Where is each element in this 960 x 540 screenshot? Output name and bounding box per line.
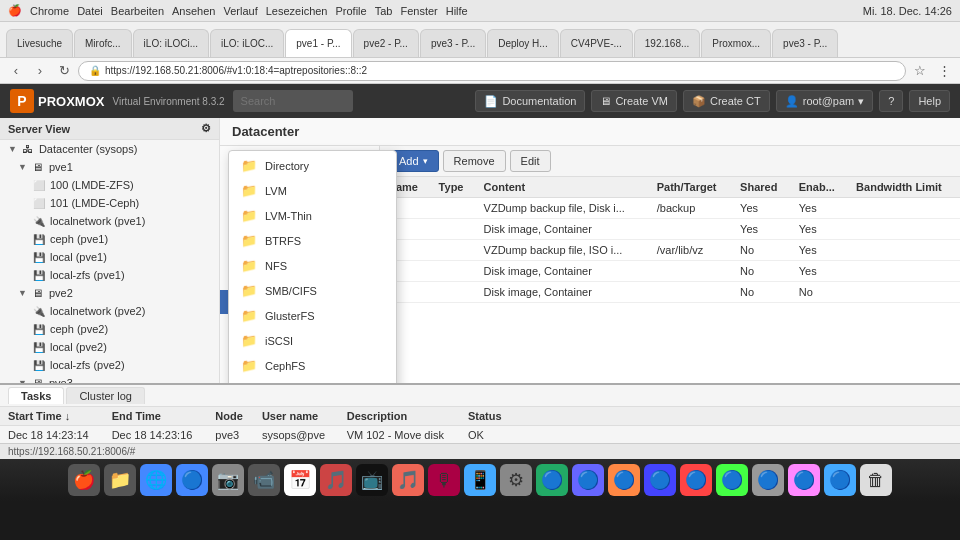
dock-item-app9[interactable]: 🔵 bbox=[680, 464, 712, 496]
pve1-label: pve1 bbox=[49, 161, 73, 173]
tab-ip[interactable]: 192.168... bbox=[634, 29, 700, 57]
table-row[interactable]: VZDump backup file, Disk i... /backup Ye… bbox=[380, 198, 960, 219]
sidebar-item-101[interactable]: ⬜ 101 (LMDE-Ceph) bbox=[0, 194, 219, 212]
tab-pve3a[interactable]: pve3 - P... bbox=[420, 29, 486, 57]
bearbeiten-menu[interactable]: Bearbeiten bbox=[111, 5, 164, 17]
chrome-menu[interactable]: Chrome bbox=[30, 5, 69, 17]
profile-menu[interactable]: Profile bbox=[336, 5, 367, 17]
settings-icon[interactable]: ⋮ bbox=[934, 61, 954, 81]
tab-proxmox[interactable]: Proxmox... bbox=[701, 29, 771, 57]
help-button[interactable]: ? bbox=[879, 90, 903, 112]
remove-button[interactable]: Remove bbox=[443, 150, 506, 172]
lesezeichen-menu[interactable]: Lesezeichen bbox=[266, 5, 328, 17]
dock-item-app13[interactable]: 🔵 bbox=[824, 464, 856, 496]
tab-pve2[interactable]: pve2 - P... bbox=[353, 29, 419, 57]
dock-item-app4[interactable]: 📱 bbox=[464, 464, 496, 496]
dropdown-item-smb[interactable]: 📁 SMB/CIFS bbox=[229, 278, 396, 303]
cell-enabled: Yes bbox=[791, 198, 848, 219]
sidebar-item-localzfs-pve2[interactable]: 💾 local-zfs (pve2) bbox=[0, 356, 219, 374]
sidebar-item-localnetwork-pve1[interactable]: 🔌 localnetwork (pve1) bbox=[0, 212, 219, 230]
sidebar-settings-icon[interactable]: ⚙ bbox=[201, 122, 211, 135]
help-label[interactable]: Help bbox=[909, 90, 950, 112]
verlauf-menu[interactable]: Verlauf bbox=[223, 5, 257, 17]
tab-cluster-log[interactable]: Cluster log bbox=[66, 387, 145, 404]
create-ct-button[interactable]: 📦 Create CT bbox=[683, 90, 770, 112]
dock-item-calendar[interactable]: 📅 bbox=[284, 464, 316, 496]
dropdown-item-lvm[interactable]: 📁 LVM bbox=[229, 178, 396, 203]
task-node: pve3 bbox=[207, 426, 254, 444]
forward-button[interactable]: › bbox=[30, 61, 50, 81]
sidebar-item-pve2[interactable]: ▼ 🖥 pve2 bbox=[0, 284, 219, 302]
dock-item-settings[interactable]: ⚙ bbox=[500, 464, 532, 496]
dropdown-item-lvm-thin[interactable]: 📁 LVM-Thin bbox=[229, 203, 396, 228]
hilfe-menu[interactable]: Hilfe bbox=[446, 5, 468, 17]
sidebar-item-datacenter[interactable]: ▼ 🖧 Datacenter (sysops) bbox=[0, 140, 219, 158]
dock-item-app11[interactable]: 🔵 bbox=[752, 464, 784, 496]
dock-item-folder[interactable]: 📁 bbox=[104, 464, 136, 496]
sidebar-item-ceph-pve1[interactable]: 💾 ceph (pve1) bbox=[0, 230, 219, 248]
back-button[interactable]: ‹ bbox=[6, 61, 26, 81]
tab-deploy[interactable]: Deploy H... bbox=[487, 29, 558, 57]
dropdown-item-btrfs[interactable]: 📁 BTRFS bbox=[229, 228, 396, 253]
proxmox-logo-text: PROXMOX bbox=[38, 94, 104, 109]
dock-item-appletv[interactable]: 📺 bbox=[356, 464, 388, 496]
tab-mirofc[interactable]: Mirofc... bbox=[74, 29, 132, 57]
dropdown-item-cephfs[interactable]: 📁 CephFS bbox=[229, 353, 396, 378]
sidebar-item-localzfs-pve1[interactable]: 💾 local-zfs (pve1) bbox=[0, 266, 219, 284]
dropdown-item-nfs[interactable]: 📁 NFS bbox=[229, 253, 396, 278]
sidebar-item-local-pve2[interactable]: 💾 local (pve2) bbox=[0, 338, 219, 356]
sidebar-item-localnetwork-pve2[interactable]: 🔌 localnetwork (pve2) bbox=[0, 302, 219, 320]
dock-item-trash[interactable]: 🗑 bbox=[860, 464, 892, 496]
fenster-menu[interactable]: Fenster bbox=[400, 5, 437, 17]
tab-pve3b[interactable]: pve3 - P... bbox=[772, 29, 838, 57]
smb-folder-icon: 📁 bbox=[241, 283, 257, 298]
tab-tasks[interactable]: Tasks bbox=[8, 387, 64, 404]
sidebar-item-local-pve1[interactable]: 💾 local (pve1) bbox=[0, 248, 219, 266]
dock-item-app7[interactable]: 🔵 bbox=[608, 464, 640, 496]
table-row[interactable]: Disk image, Container No Yes bbox=[380, 261, 960, 282]
tab-ilo1[interactable]: iLO: iLOCi... bbox=[133, 29, 209, 57]
create-vm-button[interactable]: 🖥 Create VM bbox=[591, 90, 677, 112]
sidebar-item-pve1[interactable]: ▼ 🖥 pve1 bbox=[0, 158, 219, 176]
documentation-button[interactable]: 📄 Documentation bbox=[475, 90, 585, 112]
tab-ilo2[interactable]: iLO: iLOC... bbox=[210, 29, 284, 57]
datei-menu[interactable]: Datei bbox=[77, 5, 103, 17]
refresh-button[interactable]: ↻ bbox=[54, 61, 74, 81]
dock-item-app12[interactable]: 🔵 bbox=[788, 464, 820, 496]
dock-item-music[interactable]: 🎵 bbox=[392, 464, 424, 496]
tab-livesuche[interactable]: Livesuche bbox=[6, 29, 73, 57]
dock-item-app6[interactable]: 🔵 bbox=[572, 464, 604, 496]
user-button[interactable]: 👤 root@pam ▾ bbox=[776, 90, 874, 112]
nfs-folder-icon: 📁 bbox=[241, 258, 257, 273]
dropdown-item-glusterfs[interactable]: 📁 GlusterFS bbox=[229, 303, 396, 328]
edit-button[interactable]: Edit bbox=[510, 150, 551, 172]
dock-item-app10[interactable]: 🔵 bbox=[716, 464, 748, 496]
ansehen-menu[interactable]: Ansehen bbox=[172, 5, 215, 17]
tab-menu[interactable]: Tab bbox=[375, 5, 393, 17]
dock-item-app8[interactable]: 🔵 bbox=[644, 464, 676, 496]
dock-item-app3[interactable]: 🎵 bbox=[320, 464, 352, 496]
address-bar[interactable]: 🔒 https://192.168.50.21:8006/#v1:0:18:4=… bbox=[78, 61, 906, 81]
task-row[interactable]: Dec 18 14:23:14 Dec 18 14:23:16 pve3 sys… bbox=[0, 426, 960, 444]
tab-pve1[interactable]: pve1 - P... bbox=[285, 29, 351, 57]
dropdown-item-iscsi[interactable]: 📁 iSCSI bbox=[229, 328, 396, 353]
dock-item-finder[interactable]: 🍎 bbox=[68, 464, 100, 496]
apple-menu[interactable]: 🍎 bbox=[8, 4, 22, 17]
table-row[interactable]: VZDump backup file, ISO i... /var/lib/vz… bbox=[380, 240, 960, 261]
dropdown-item-directory[interactable]: 📁 Directory bbox=[229, 153, 396, 178]
table-row[interactable]: Disk image, Container No No bbox=[380, 282, 960, 303]
bookmark-icon[interactable]: ☆ bbox=[910, 61, 930, 81]
dock-item-app5[interactable]: 🔵 bbox=[536, 464, 568, 496]
dropdown-item-rbd[interactable]: 📁 RBD bbox=[229, 378, 396, 383]
dock-item-app2[interactable]: 🔵 bbox=[176, 464, 208, 496]
dock-item-podcast[interactable]: 🎙 bbox=[428, 464, 460, 496]
dock-item-app1[interactable]: 🌐 bbox=[140, 464, 172, 496]
sidebar-item-ceph-pve2[interactable]: 💾 ceph (pve2) bbox=[0, 320, 219, 338]
tab-cv4pve[interactable]: CV4PVE-... bbox=[560, 29, 633, 57]
sidebar-item-pve3[interactable]: ▼ 🖥 pve3 bbox=[0, 374, 219, 383]
sidebar-item-100[interactable]: ⬜ 100 (LMDE-ZFS) bbox=[0, 176, 219, 194]
header-search-input[interactable] bbox=[233, 90, 353, 112]
table-row[interactable]: Disk image, Container Yes Yes bbox=[380, 219, 960, 240]
dock-item-photos[interactable]: 📷 bbox=[212, 464, 244, 496]
dock-item-camera[interactable]: 📹 bbox=[248, 464, 280, 496]
